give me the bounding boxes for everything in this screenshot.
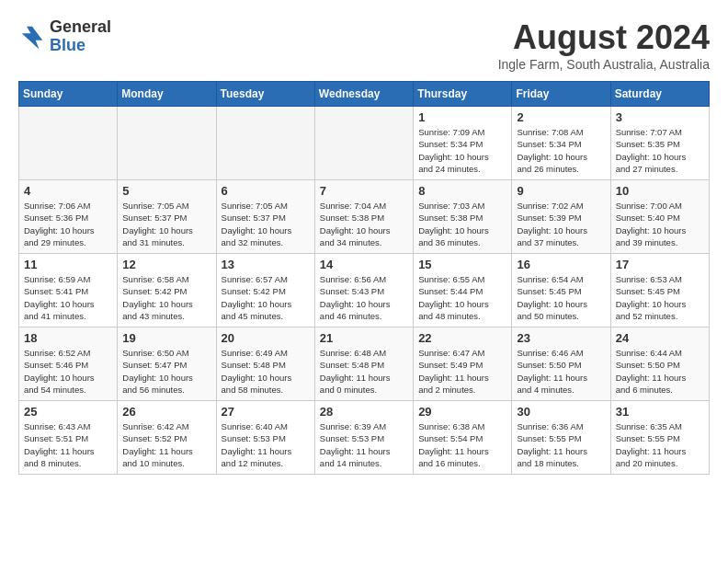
calendar-week-2: 4Sunrise: 7:06 AM Sunset: 5:36 PM Daylig… [19, 180, 710, 254]
calendar-day: 30Sunrise: 6:36 AM Sunset: 5:55 PM Dayli… [512, 401, 610, 475]
day-info: Sunrise: 7:04 AM Sunset: 5:38 PM Dayligh… [320, 200, 408, 248]
weekday-header-wednesday: Wednesday [314, 82, 413, 107]
svg-marker-0 [22, 27, 43, 50]
calendar-day: 9Sunrise: 7:02 AM Sunset: 5:39 PM Daylig… [512, 180, 610, 254]
calendar-day: 28Sunrise: 6:39 AM Sunset: 5:53 PM Dayli… [314, 401, 413, 475]
day-info: Sunrise: 7:05 AM Sunset: 5:37 PM Dayligh… [222, 200, 310, 248]
calendar-day: 23Sunrise: 6:46 AM Sunset: 5:50 PM Dayli… [512, 327, 610, 401]
day-number: 16 [517, 258, 605, 271]
location-text: Ingle Farm, South Australia, Australia [498, 57, 710, 72]
calendar-day: 13Sunrise: 6:57 AM Sunset: 5:42 PM Dayli… [216, 254, 314, 327]
day-number: 2 [517, 110, 605, 124]
weekday-header-thursday: Thursday [414, 82, 512, 107]
calendar-day: 24Sunrise: 6:44 AM Sunset: 5:50 PM Dayli… [610, 327, 709, 401]
calendar-day: 15Sunrise: 6:55 AM Sunset: 5:44 PM Dayli… [414, 254, 512, 327]
day-number: 23 [517, 331, 605, 345]
calendar-week-1: 1Sunrise: 7:09 AM Sunset: 5:34 PM Daylig… [19, 107, 710, 180]
day-info: Sunrise: 6:40 AM Sunset: 5:53 PM Dayligh… [222, 420, 310, 469]
day-info: Sunrise: 6:58 AM Sunset: 5:42 PM Dayligh… [122, 273, 210, 322]
day-number: 8 [418, 184, 506, 198]
day-info: Sunrise: 7:08 AM Sunset: 5:34 PM Dayligh… [517, 126, 605, 175]
weekday-header-sunday: Sunday [19, 82, 118, 107]
day-number: 5 [122, 184, 210, 198]
day-number: 4 [24, 184, 112, 198]
calendar-day: 3Sunrise: 7:07 AM Sunset: 5:35 PM Daylig… [610, 107, 709, 180]
calendar-day: 21Sunrise: 6:48 AM Sunset: 5:48 PM Dayli… [314, 327, 413, 401]
calendar-body: 1Sunrise: 7:09 AM Sunset: 5:34 PM Daylig… [19, 107, 710, 475]
day-number: 9 [517, 184, 605, 198]
day-info: Sunrise: 6:50 AM Sunset: 5:47 PM Dayligh… [122, 347, 210, 396]
calendar-day: 25Sunrise: 6:43 AM Sunset: 5:51 PM Dayli… [19, 401, 118, 475]
day-number: 26 [122, 405, 210, 419]
calendar-day: 2Sunrise: 7:08 AM Sunset: 5:34 PM Daylig… [512, 107, 610, 180]
calendar-day: 11Sunrise: 6:59 AM Sunset: 5:41 PM Dayli… [19, 254, 118, 327]
logo-general-text: General [50, 18, 111, 37]
weekday-header-tuesday: Tuesday [216, 82, 314, 107]
logo: General Blue [18, 18, 111, 55]
day-number: 24 [616, 331, 704, 345]
day-info: Sunrise: 7:06 AM Sunset: 5:36 PM Dayligh… [24, 200, 112, 248]
calendar-day: 1Sunrise: 7:09 AM Sunset: 5:34 PM Daylig… [414, 107, 512, 180]
day-number: 10 [616, 184, 704, 198]
calendar-day: 5Sunrise: 7:05 AM Sunset: 5:37 PM Daylig… [118, 180, 216, 254]
logo-text: General Blue [50, 18, 111, 55]
day-info: Sunrise: 6:44 AM Sunset: 5:50 PM Dayligh… [616, 347, 704, 396]
day-number: 6 [222, 184, 310, 198]
day-info: Sunrise: 6:56 AM Sunset: 5:43 PM Dayligh… [320, 273, 408, 322]
calendar-day: 18Sunrise: 6:52 AM Sunset: 5:46 PM Dayli… [19, 327, 118, 401]
calendar-day: 31Sunrise: 6:35 AM Sunset: 5:55 PM Dayli… [610, 401, 709, 475]
day-info: Sunrise: 6:39 AM Sunset: 5:53 PM Dayligh… [320, 420, 408, 469]
calendar-day: 27Sunrise: 6:40 AM Sunset: 5:53 PM Dayli… [216, 401, 314, 475]
day-number: 21 [320, 331, 408, 345]
logo-icon [18, 23, 46, 51]
day-number: 20 [222, 331, 310, 345]
day-info: Sunrise: 7:09 AM Sunset: 5:34 PM Dayligh… [418, 126, 506, 175]
day-number: 27 [222, 405, 310, 419]
day-info: Sunrise: 6:49 AM Sunset: 5:48 PM Dayligh… [222, 347, 310, 396]
calendar-day: 26Sunrise: 6:42 AM Sunset: 5:52 PM Dayli… [118, 401, 216, 475]
day-info: Sunrise: 6:55 AM Sunset: 5:44 PM Dayligh… [418, 273, 506, 322]
day-info: Sunrise: 6:47 AM Sunset: 5:49 PM Dayligh… [418, 347, 506, 396]
calendar-day [314, 107, 413, 180]
weekday-header-row: SundayMondayTuesdayWednesdayThursdayFrid… [19, 82, 710, 107]
day-number: 25 [24, 405, 112, 419]
day-number: 11 [24, 258, 112, 271]
calendar-day: 10Sunrise: 7:00 AM Sunset: 5:40 PM Dayli… [610, 180, 709, 254]
weekday-header-friday: Friday [512, 82, 610, 107]
day-info: Sunrise: 6:53 AM Sunset: 5:45 PM Dayligh… [616, 273, 704, 322]
page-header: General Blue August 2024 Ingle Farm, Sou… [18, 18, 710, 72]
calendar-day: 16Sunrise: 6:54 AM Sunset: 5:45 PM Dayli… [512, 254, 610, 327]
day-number: 1 [418, 110, 506, 124]
day-info: Sunrise: 6:43 AM Sunset: 5:51 PM Dayligh… [24, 420, 112, 469]
calendar-header: SundayMondayTuesdayWednesdayThursdayFrid… [19, 82, 710, 107]
day-info: Sunrise: 6:48 AM Sunset: 5:48 PM Dayligh… [320, 347, 408, 396]
day-info: Sunrise: 6:38 AM Sunset: 5:54 PM Dayligh… [418, 420, 506, 469]
day-info: Sunrise: 6:36 AM Sunset: 5:55 PM Dayligh… [517, 420, 605, 469]
weekday-header-saturday: Saturday [610, 82, 709, 107]
day-number: 31 [616, 405, 704, 419]
day-number: 15 [418, 258, 506, 271]
day-number: 28 [320, 405, 408, 419]
calendar-day: 19Sunrise: 6:50 AM Sunset: 5:47 PM Dayli… [118, 327, 216, 401]
calendar-day [118, 107, 216, 180]
calendar-day: 14Sunrise: 6:56 AM Sunset: 5:43 PM Dayli… [314, 254, 413, 327]
day-number: 30 [517, 405, 605, 419]
calendar-week-3: 11Sunrise: 6:59 AM Sunset: 5:41 PM Dayli… [19, 254, 710, 327]
calendar-week-5: 25Sunrise: 6:43 AM Sunset: 5:51 PM Dayli… [19, 401, 710, 475]
day-info: Sunrise: 6:35 AM Sunset: 5:55 PM Dayligh… [616, 420, 704, 469]
day-info: Sunrise: 6:54 AM Sunset: 5:45 PM Dayligh… [517, 273, 605, 322]
day-info: Sunrise: 6:52 AM Sunset: 5:46 PM Dayligh… [24, 347, 112, 396]
day-info: Sunrise: 6:57 AM Sunset: 5:42 PM Dayligh… [222, 273, 310, 322]
day-number: 29 [418, 405, 506, 419]
day-number: 12 [122, 258, 210, 271]
month-title: August 2024 [498, 18, 710, 57]
day-info: Sunrise: 7:02 AM Sunset: 5:39 PM Dayligh… [517, 200, 605, 248]
day-number: 7 [320, 184, 408, 198]
calendar-day: 20Sunrise: 6:49 AM Sunset: 5:48 PM Dayli… [216, 327, 314, 401]
day-number: 14 [320, 258, 408, 271]
calendar-day [19, 107, 118, 180]
weekday-header-monday: Monday [118, 82, 216, 107]
day-number: 3 [616, 110, 704, 124]
day-info: Sunrise: 6:59 AM Sunset: 5:41 PM Dayligh… [24, 273, 112, 322]
calendar-day: 6Sunrise: 7:05 AM Sunset: 5:37 PM Daylig… [216, 180, 314, 254]
